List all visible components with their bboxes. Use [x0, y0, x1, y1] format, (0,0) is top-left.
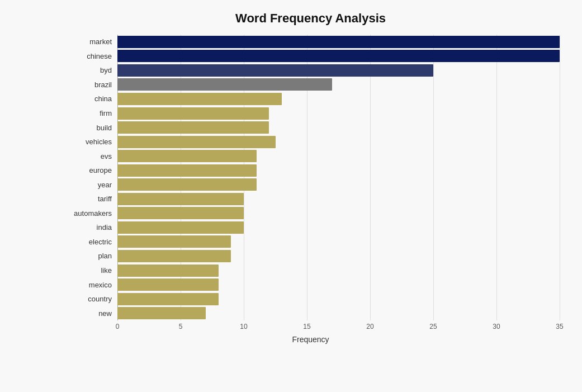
- bar-row: brazil: [61, 78, 560, 91]
- bar-label: build: [61, 124, 117, 132]
- bar-fill: [117, 78, 332, 91]
- bar-fill: [117, 164, 257, 177]
- bar-fill: [117, 265, 219, 277]
- x-tick-label: 10: [240, 323, 247, 330]
- bar-label: automakers: [61, 209, 117, 218]
- bar-label: mexico: [61, 281, 117, 289]
- bar-track: [117, 207, 560, 219]
- bar-label: byd: [61, 66, 117, 74]
- bar-row: firm: [61, 107, 560, 120]
- bar-fill: [117, 307, 206, 319]
- bar-label: firm: [61, 109, 117, 117]
- bar-track: [117, 250, 560, 262]
- bar-label: electric: [61, 238, 117, 246]
- bars-wrapper: marketchinesebydbrazilchinafirmbuildvehi…: [61, 35, 560, 320]
- bar-fill: [117, 278, 219, 291]
- bar-label: evs: [61, 152, 117, 160]
- x-tick-label: 0: [116, 323, 120, 330]
- bar-fill: [117, 193, 244, 205]
- bar-track: [117, 193, 560, 205]
- bar-row: china: [61, 93, 560, 105]
- bar-track: [117, 235, 560, 248]
- bar-track: [117, 107, 560, 120]
- bar-track: [117, 136, 560, 148]
- bar-fill: [117, 235, 231, 248]
- bar-track: [117, 150, 560, 162]
- bar-label: year: [61, 181, 117, 189]
- bar-row: vehicles: [61, 136, 560, 148]
- bar-row: build: [61, 121, 560, 134]
- bar-row: india: [61, 221, 560, 234]
- bar-fill: [117, 178, 257, 191]
- bar-row: country: [61, 293, 560, 305]
- bar-fill: [117, 136, 276, 148]
- x-tick-label: 15: [303, 323, 310, 330]
- bar-track: [117, 278, 560, 291]
- bar-label: tariff: [61, 195, 117, 203]
- bar-label: chinese: [61, 52, 117, 60]
- bar-track: [117, 50, 560, 62]
- x-tick-label: 20: [366, 323, 373, 330]
- x-tick-label: 5: [179, 323, 183, 330]
- bar-track: [117, 36, 560, 48]
- bar-fill: [117, 64, 433, 77]
- grid-line: [560, 35, 560, 320]
- bar-fill: [117, 293, 219, 305]
- bar-row: evs: [61, 150, 560, 162]
- bar-row: chinese: [61, 50, 560, 62]
- bar-label: vehicles: [61, 138, 117, 146]
- chart-area: marketchinesebydbrazilchinafirmbuildvehi…: [61, 35, 560, 343]
- bar-track: [117, 93, 560, 105]
- bar-track: [117, 78, 560, 91]
- bar-row: europe: [61, 164, 560, 177]
- chart-container: Word Frequency Analysis marketchinesebyd…: [0, 0, 582, 392]
- bar-track: [117, 293, 560, 305]
- bar-track: [117, 307, 560, 319]
- bar-label: europe: [61, 166, 117, 174]
- bar-label: country: [61, 295, 117, 303]
- bar-label: brazil: [61, 81, 117, 89]
- bar-fill: [117, 107, 269, 120]
- bar-row: year: [61, 178, 560, 191]
- bar-fill: [117, 36, 560, 48]
- bar-track: [117, 221, 560, 234]
- bar-fill: [117, 250, 231, 262]
- bar-label: new: [61, 309, 117, 318]
- bar-fill: [117, 150, 257, 162]
- bar-fill: [117, 93, 282, 105]
- bar-row: electric: [61, 235, 560, 248]
- bar-row: tariff: [61, 193, 560, 205]
- bar-label: market: [61, 37, 117, 46]
- bar-fill: [117, 221, 244, 234]
- bar-row: plan: [61, 250, 560, 262]
- x-axis-label: Frequency: [61, 335, 560, 344]
- bar-track: [117, 121, 560, 134]
- bar-row: market: [61, 36, 560, 48]
- bar-track: [117, 164, 560, 177]
- bar-label: plan: [61, 252, 117, 260]
- bar-row: like: [61, 265, 560, 277]
- bar-fill: [117, 50, 560, 62]
- bar-row: automakers: [61, 207, 560, 219]
- x-tick-label: 35: [556, 323, 563, 330]
- bar-label: india: [61, 223, 117, 232]
- bar-row: new: [61, 307, 560, 319]
- bar-fill: [117, 207, 244, 219]
- bar-fill: [117, 121, 269, 134]
- bar-track: [117, 64, 560, 77]
- chart-title: Word Frequency Analysis: [61, 11, 560, 26]
- x-tick-label: 30: [493, 323, 500, 330]
- x-tick-label: 25: [429, 323, 437, 330]
- bar-row: mexico: [61, 278, 560, 291]
- bar-track: [117, 265, 560, 277]
- bar-label: like: [61, 266, 117, 275]
- bar-track: [117, 178, 560, 191]
- bar-row: byd: [61, 64, 560, 77]
- bar-label: china: [61, 95, 117, 103]
